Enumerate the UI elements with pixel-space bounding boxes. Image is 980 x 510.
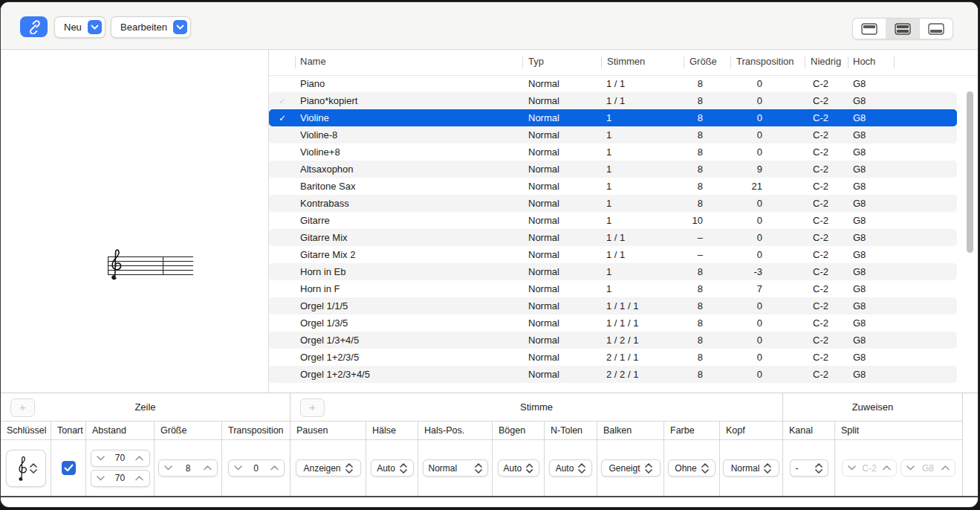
n-tolen-select[interactable]: Auto	[549, 459, 592, 477]
increment-icon[interactable]	[135, 476, 143, 481]
section-zeile: + Zeile Schlüssel Tonart	[1, 393, 291, 496]
row-typ: Normal	[528, 129, 606, 141]
decrement-icon[interactable]	[164, 465, 172, 471]
table-row[interactable]: Orgel 1+2/3+4/5 Normal 2 / 2 / 1 8 0 C-2…	[269, 366, 957, 383]
new-dropdown-arrow[interactable]	[88, 20, 102, 34]
increment-icon[interactable]	[270, 465, 279, 471]
row-niedrig: C-2	[770, 300, 853, 312]
table-row[interactable]: ✓ Piano*kopiert Normal 1 / 1 8 0 C-2 G8	[269, 92, 957, 109]
pane-bottom-icon	[928, 23, 944, 35]
haelse-select[interactable]: Auto	[371, 459, 414, 477]
row-stimmen: 2 / 1 / 1	[606, 352, 684, 363]
boegen-select[interactable]: Auto	[498, 459, 539, 477]
kanal-select[interactable]: -	[790, 459, 828, 477]
table-row[interactable]: Gitarre Mix 2 Normal 1 / 1 – 0 C-2 G8	[269, 246, 957, 263]
row-stimmen: 1 / 1 / 1	[606, 300, 684, 312]
abstand-top-stepper[interactable]: 70	[91, 450, 150, 467]
zuweisen-title-row: Zuweisen	[783, 393, 962, 422]
increment-icon	[941, 465, 950, 471]
new-button-label: Neu	[64, 22, 82, 33]
farbe-select[interactable]: Ohne	[668, 459, 715, 477]
balken-value: Geneigt	[609, 463, 640, 474]
groesse-stepper[interactable]: 8	[158, 459, 218, 477]
table-row[interactable]: Horn in Eb Normal 1 8 -3 C-2 G8	[269, 263, 957, 280]
row-hoch: G8	[853, 335, 957, 346]
row-groesse: 8	[684, 283, 710, 294]
decrement-icon[interactable]	[97, 476, 105, 481]
decrement-icon[interactable]	[234, 465, 242, 471]
table-row[interactable]: Gitarre Normal 1 10 0 C-2 G8	[269, 212, 957, 229]
table-row[interactable]: Orgel 1/3/5 Normal 1 / 1 / 1 8 0 C-2 G8	[269, 314, 957, 332]
hals-pos-select[interactable]: Normal	[423, 459, 488, 477]
table-row[interactable]: Violine+8 Normal 1 8 0 C-2 G8	[269, 143, 957, 161]
col-transposition: Transposition 0	[222, 422, 290, 496]
row-transposition: 0	[710, 352, 770, 363]
abstand-bottom-stepper[interactable]: 70	[91, 470, 150, 487]
staff-styles-window: Neu Bearbeiten	[1, 2, 978, 507]
row-transposition: 0	[710, 232, 770, 243]
table-row[interactable]: Kontrabass Normal 1 8 0 C-2 G8	[269, 195, 957, 212]
row-transposition: 0	[710, 317, 770, 329]
balken-select[interactable]: Geneigt	[601, 459, 661, 477]
hals-pos-label: Hals-Pos.	[418, 422, 492, 440]
decrement-icon[interactable]	[97, 456, 105, 461]
view-top-pane-button[interactable]	[853, 19, 886, 39]
add-zeile-button[interactable]: +	[10, 398, 35, 417]
link-icon	[27, 19, 42, 34]
tonart-checkbox[interactable]	[62, 461, 76, 475]
table-row[interactable]: ✓ Violine Normal 1 8 0 C-2 G8	[269, 109, 957, 126]
table-row[interactable]: Orgel 1/1/5 Normal 1 / 1 / 1 8 0 C-2 G8	[269, 297, 957, 314]
edit-button[interactable]: Bearbeiten	[111, 16, 191, 38]
increment-icon[interactable]	[135, 456, 143, 461]
row-typ: Normal	[528, 181, 606, 192]
row-groesse: 8	[684, 146, 710, 158]
link-mode-button[interactable]	[20, 16, 48, 37]
table-row[interactable]: Orgel 1+2/3/5 Normal 2 / 1 / 1 8 0 C-2 G…	[269, 349, 957, 366]
row-name: Horn in F	[296, 283, 528, 294]
row-niedrig: C-2	[770, 232, 853, 243]
staff-styles-table: Name Typ Stimmen Größe Transposition Nie…	[269, 50, 978, 393]
table-row[interactable]: Gitarre Mix Normal 1 / 1 – 0 C-2 G8	[269, 229, 957, 246]
split-high-value: G8	[922, 463, 934, 474]
updown-chevrons-icon	[701, 463, 709, 474]
table-row[interactable]: Baritone Sax Normal 1 8 21 C-2 G8	[269, 178, 957, 195]
edit-dropdown-arrow[interactable]	[173, 20, 187, 34]
col-header-transposition: Transposition	[736, 56, 794, 67]
increment-icon[interactable]	[204, 465, 212, 471]
row-typ: Normal	[528, 317, 606, 329]
boegen-value: Auto	[504, 463, 522, 474]
kopf-label: Kopf	[720, 422, 782, 440]
table-row[interactable]: Piano Normal 1 / 1 8 0 C-2 G8	[269, 75, 957, 92]
table-row[interactable]: Altsaxophon Normal 1 8 9 C-2 G8	[269, 161, 957, 178]
table-row[interactable]: Orgel 1/3+4/5 Normal 1 / 2 / 1 8 0 C-2 G…	[269, 332, 957, 349]
kopf-select[interactable]: Normal	[723, 459, 779, 477]
row-hoch: G8	[853, 198, 957, 209]
table-row[interactable]: Violine-8 Normal 1 8 0 C-2 G8	[269, 126, 957, 143]
row-transposition: 0	[710, 215, 770, 226]
add-stimme-button[interactable]: +	[300, 398, 325, 417]
updown-chevrons-icon	[475, 463, 482, 474]
transposition-stepper[interactable]: 0	[228, 459, 285, 477]
col-n-tolen: N-Tolen Auto	[545, 422, 597, 496]
view-bottom-pane-button[interactable]	[919, 19, 953, 39]
row-name: Horn in Eb	[296, 266, 528, 277]
table-row[interactable]: Horn in F Normal 1 8 7 C-2 G8	[269, 280, 957, 297]
row-transposition: 0	[710, 95, 770, 106]
clef-selector[interactable]	[6, 450, 46, 487]
pausen-select[interactable]: Anzeigen	[296, 459, 361, 477]
row-niedrig: C-2	[770, 266, 853, 277]
col-pausen: Pausen Anzeigen	[291, 422, 366, 496]
tonart-label: Tonart	[51, 422, 85, 440]
row-stimmen: 1	[606, 283, 684, 294]
split-high-stepper[interactable]: G8	[901, 459, 955, 477]
row-stimmen: 1	[606, 129, 684, 141]
new-button[interactable]: Neu	[54, 16, 106, 38]
split-low-stepper[interactable]: C-2	[842, 459, 897, 477]
pane-top-icon	[861, 23, 877, 35]
view-split-pane-button[interactable]	[886, 19, 919, 39]
row-typ: Normal	[528, 335, 606, 346]
row-typ: Normal	[528, 112, 606, 123]
vertical-scrollbar[interactable]	[967, 91, 973, 253]
row-groesse: –	[684, 232, 710, 243]
table-header: Name Typ Stimmen Größe Transposition Nie…	[269, 50, 978, 76]
